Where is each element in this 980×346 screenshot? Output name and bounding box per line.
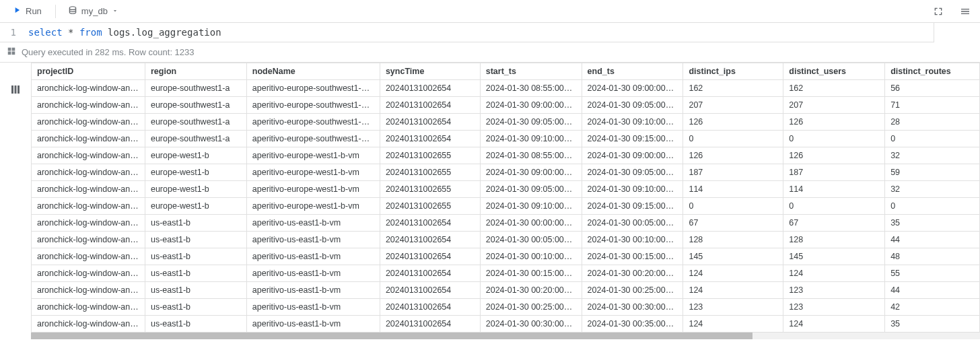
table-cell[interactable]: 20240131002654 [380,97,480,114]
table-cell[interactable]: 2024-01-30 00:20:00+00 [480,282,582,299]
table-cell[interactable]: 32 [885,147,980,164]
table-cell[interactable]: 124 [683,316,783,333]
table-row[interactable]: aronchick-log-window-analysiseurope-west… [32,147,980,164]
table-row[interactable]: aronchick-log-window-analysisus-east1-ba… [32,215,980,232]
table-cell[interactable]: 2024-01-30 00:20:00+00 [582,265,683,282]
table-cell[interactable]: aronchick-log-window-analysis [32,299,145,316]
table-cell[interactable]: aronchick-log-window-analysis [32,147,145,164]
column-header[interactable]: distinct_users [783,63,885,80]
table-cell[interactable]: 123 [783,282,885,299]
table-cell[interactable]: aperitivo-europe-west1-b-vm [246,164,380,181]
table-cell[interactable]: aronchick-log-window-analysis [32,248,145,265]
table-cell[interactable]: 20240131002654 [380,299,480,316]
table-cell[interactable]: 126 [783,147,885,164]
table-cell[interactable]: 28 [885,114,980,131]
table-cell[interactable]: europe-southwest1-a [145,97,246,114]
editor-code[interactable]: select * from logs.log_aggregation [23,23,934,42]
table-row[interactable]: aronchick-log-window-analysisus-east1-ba… [32,248,980,265]
table-cell[interactable]: 2024-01-30 00:30:00+00 [582,299,683,316]
table-row[interactable]: aronchick-log-window-analysiseurope-west… [32,198,980,215]
table-cell[interactable]: us-east1-b [145,316,246,333]
table-cell[interactable]: 126 [783,114,885,131]
table-cell[interactable]: 2024-01-30 09:10:00+00 [480,198,582,215]
table-cell[interactable]: aronchick-log-window-analysis [32,198,145,215]
table-cell[interactable]: 20240131002654 [380,114,480,131]
columns-toggle-button[interactable] [6,80,25,99]
column-header[interactable]: syncTime [380,63,480,80]
column-header[interactable]: nodeName [246,63,380,80]
table-cell[interactable]: 2024-01-30 00:10:00+00 [582,232,683,248]
table-cell[interactable]: 35 [885,215,980,232]
table-cell[interactable]: 20240131002654 [380,131,480,147]
table-cell[interactable]: 35 [885,316,980,333]
table-cell[interactable]: 2024-01-30 09:10:00+00 [480,131,582,147]
table-cell[interactable]: 2024-01-30 09:05:00+00 [480,181,582,198]
fullscreen-button[interactable] [929,2,948,21]
table-cell[interactable]: us-east1-b [145,215,246,232]
table-cell[interactable]: aperitivo-europe-west1-b-vm [246,198,380,215]
table-cell[interactable]: 2024-01-30 09:00:00+00 [480,97,582,114]
table-cell[interactable]: 2024-01-30 08:55:00+00 [480,147,582,164]
table-cell[interactable]: aronchick-log-window-analysis [32,164,145,181]
table-row[interactable]: aronchick-log-window-analysiseurope-west… [32,164,980,181]
table-cell[interactable]: 20240131002654 [380,282,480,299]
table-cell[interactable]: 162 [783,80,885,97]
table-cell[interactable]: aperitivo-europe-southwest1-a-vm [246,114,380,131]
table-cell[interactable]: 20240131002654 [380,248,480,265]
table-cell[interactable]: 59 [885,164,980,181]
table-cell[interactable]: 20240131002655 [380,147,480,164]
table-cell[interactable]: 2024-01-30 09:00:00+00 [582,147,683,164]
table-cell[interactable]: aronchick-log-window-analysis [32,232,145,248]
table-cell[interactable]: aperitivo-us-east1-b-vm [246,248,380,265]
column-header[interactable]: distinct_ips [683,63,783,80]
table-cell[interactable]: aronchick-log-window-analysis [32,181,145,198]
table-cell[interactable]: 2024-01-30 00:05:00+00 [582,215,683,232]
column-header[interactable]: end_ts [582,63,683,80]
table-cell[interactable]: 128 [783,232,885,248]
table-cell[interactable]: aperitivo-europe-west1-b-vm [246,181,380,198]
table-cell[interactable]: aperitivo-us-east1-b-vm [246,265,380,282]
table-cell[interactable]: 20240131002654 [380,265,480,282]
column-header[interactable]: projectID [32,63,145,80]
table-row[interactable]: aronchick-log-window-analysisus-east1-ba… [32,232,980,248]
table-cell[interactable]: 124 [783,265,885,282]
table-cell[interactable]: 2024-01-30 09:15:00+00 [582,131,683,147]
table-cell[interactable]: 2024-01-30 09:05:00+00 [582,164,683,181]
table-cell[interactable]: 114 [783,181,885,198]
table-cell[interactable]: aperitivo-us-east1-b-vm [246,232,380,248]
sql-editor[interactable]: 1 select * from logs.log_aggregation [0,23,934,42]
table-cell[interactable]: aronchick-log-window-analysis [32,131,145,147]
table-cell[interactable]: 2024-01-30 00:25:00+00 [480,299,582,316]
table-cell[interactable]: 2024-01-30 08:55:00+00 [480,80,582,97]
table-cell[interactable]: 20240131002654 [380,215,480,232]
table-cell[interactable]: us-east1-b [145,232,246,248]
table-cell[interactable]: us-east1-b [145,248,246,265]
table-cell[interactable]: 20240131002654 [380,80,480,97]
table-cell[interactable]: 0 [885,131,980,147]
column-header[interactable]: distinct_routes [885,63,980,80]
table-cell[interactable]: 20240131002655 [380,181,480,198]
table-row[interactable]: aronchick-log-window-analysisus-east1-ba… [32,316,980,333]
table-cell[interactable]: 0 [885,198,980,215]
table-cell[interactable]: aperitivo-europe-southwest1-a-vm [246,97,380,114]
table-cell[interactable]: 0 [783,198,885,215]
run-button[interactable]: Run [5,3,48,20]
table-cell[interactable]: us-east1-b [145,265,246,282]
table-cell[interactable]: 2024-01-30 09:00:00+00 [480,164,582,181]
table-cell[interactable]: 2024-01-30 00:00:00+00 [480,215,582,232]
table-cell[interactable]: 124 [783,316,885,333]
table-cell[interactable]: 124 [683,282,783,299]
table-cell[interactable]: 162 [683,80,783,97]
table-row[interactable]: aronchick-log-window-analysiseurope-sout… [32,131,980,147]
table-cell[interactable]: 145 [783,248,885,265]
table-cell[interactable]: europe-west1-b [145,147,246,164]
table-cell[interactable]: 44 [885,232,980,248]
table-cell[interactable]: 126 [683,114,783,131]
table-cell[interactable]: 207 [683,97,783,114]
table-cell[interactable]: aronchick-log-window-analysis [32,114,145,131]
table-cell[interactable]: europe-southwest1-a [145,80,246,97]
table-cell[interactable]: 123 [683,299,783,316]
table-cell[interactable]: us-east1-b [145,282,246,299]
table-cell[interactable]: 2024-01-30 00:05:00+00 [480,232,582,248]
table-cell[interactable]: 42 [885,299,980,316]
